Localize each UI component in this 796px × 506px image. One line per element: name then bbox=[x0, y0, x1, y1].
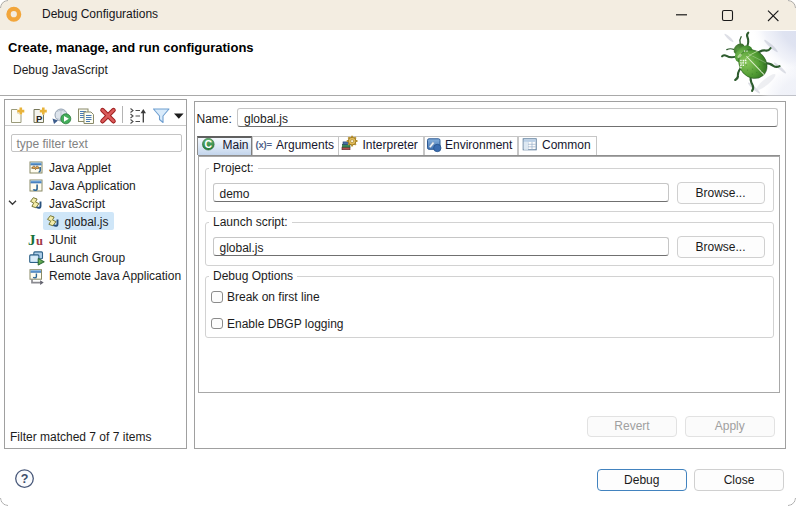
svg-text:?: ? bbox=[21, 472, 29, 486]
